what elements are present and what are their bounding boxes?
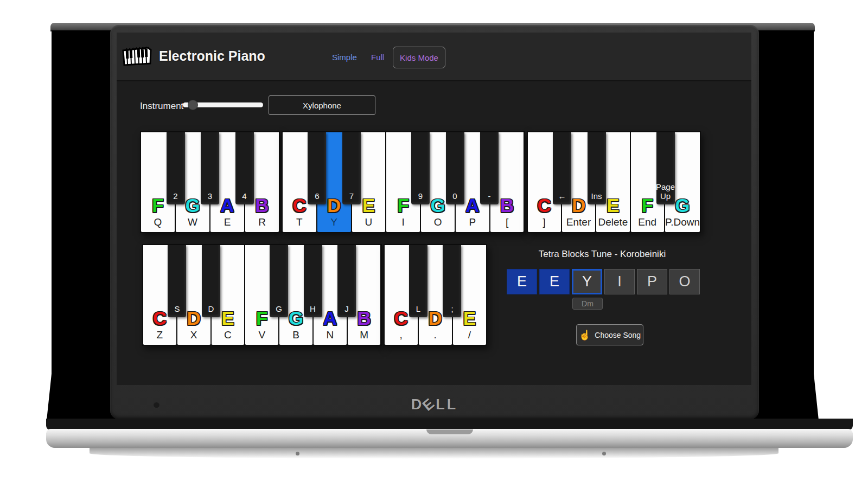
key-binding-label: ] <box>543 217 546 227</box>
key-binding-label: P <box>469 217 476 227</box>
keyboard-top: FQGWAEBR234CTDYEUFIGOAPB[6790-C]DEnterED… <box>140 131 701 233</box>
black-key-2[interactable]: 2 <box>167 132 185 204</box>
black-key-label: ← <box>549 192 575 201</box>
keyboard-octave-group: C]DEnterEDeleteFEndGP.Down←InsPage Up <box>527 131 701 233</box>
choose-song-label: Choose Song <box>595 331 641 339</box>
piano-keyboard-icon <box>121 46 152 67</box>
app-header: Electronic Piano Simple Full Kids Mode <box>117 33 751 81</box>
key-binding-label: End <box>638 217 656 227</box>
black-key-label: H <box>300 305 326 314</box>
instrument-value-box[interactable]: Xylophone <box>269 95 375 115</box>
base-screw <box>602 452 606 455</box>
black-key-g[interactable]: G <box>270 245 288 317</box>
key-binding-label: P.Down <box>665 217 700 227</box>
laptop-hinge <box>46 419 853 430</box>
black-key-l[interactable]: L <box>409 245 427 317</box>
black-key-label: 9 <box>407 192 433 201</box>
instrument-slider[interactable] <box>183 102 263 107</box>
page-title: Electronic Piano <box>159 48 265 64</box>
nav-link-full[interactable]: Full <box>371 53 384 62</box>
nav-button-kids-mode[interactable]: Kids Mode <box>393 47 445 68</box>
key-binding-label: . <box>434 330 437 340</box>
key-binding-label: , <box>399 330 402 340</box>
black-key-9[interactable]: 9 <box>411 132 430 204</box>
black-key-label: J <box>334 305 360 314</box>
key-binding-label: R <box>258 217 266 227</box>
black-key-j[interactable]: J <box>337 245 356 317</box>
brand-logo: DELL <box>110 396 759 413</box>
song-title: Tetra Blocks Tune - Korobeiniki <box>494 249 711 260</box>
black-key-h[interactable]: H <box>304 245 322 317</box>
black-key--[interactable]: - <box>480 132 499 204</box>
laptop-base <box>46 429 853 448</box>
instrument-label: Instrument <box>140 101 183 112</box>
black-key-7[interactable]: 7 <box>342 132 361 204</box>
black-key-3[interactable]: 3 <box>201 132 219 204</box>
key-binding-label: I <box>402 217 405 227</box>
note-tile-played: E <box>507 269 537 294</box>
keyboard-bottom: CZDXECFVGBANBMSDGHJC,D.E/L; <box>142 244 487 346</box>
black-key-label: 7 <box>339 192 365 201</box>
key-note-letter: F <box>642 196 653 215</box>
slider-thumb[interactable] <box>188 100 198 110</box>
chord-chip: Dm <box>572 298 603 310</box>
black-key-label: 3 <box>197 192 223 201</box>
black-key-label: 0 <box>442 192 468 201</box>
key-binding-label: U <box>365 217 373 227</box>
black-key-ins[interactable]: Ins <box>588 132 606 204</box>
black-key-label: ; <box>439 305 465 314</box>
key-binding-label: E <box>224 217 231 227</box>
key-binding-label: M <box>360 330 368 340</box>
choose-song-button[interactable]: ☝ Choose Song <box>576 324 643 345</box>
brand-letter: L <box>447 396 458 413</box>
black-key-d[interactable]: D <box>202 245 220 317</box>
keyboard-octave-group: C,D.E/L; <box>384 244 488 346</box>
black-key-6[interactable]: 6 <box>308 132 326 204</box>
black-key-label: 2 <box>163 192 189 201</box>
nav-link-simple[interactable]: Simple <box>332 53 357 62</box>
pointing-hand-icon: ☝ <box>579 330 591 340</box>
key-binding-label: Y <box>330 217 337 227</box>
key-binding-label: X <box>190 330 197 340</box>
note-tile-played: E <box>539 269 570 294</box>
key-binding-label: Q <box>154 217 162 227</box>
key-binding-label: O <box>434 217 442 227</box>
black-key-label: Page Up <box>653 183 679 201</box>
key-binding-label: B <box>292 330 299 340</box>
key-binding-label: Enter <box>566 217 591 227</box>
note-tile-upcoming: O <box>669 269 700 294</box>
note-tile-upcoming: I <box>604 269 635 294</box>
keyboard-octave-group: CTDYEUFIGOAPB[6790- <box>282 131 525 233</box>
laptop-mockup: Electronic Piano Simple Full Kids Mode I… <box>0 0 868 488</box>
black-key-label: 4 <box>232 192 258 201</box>
key-binding-label: Delete <box>598 217 628 227</box>
black-key-label: - <box>476 192 502 201</box>
note-tile-current: Y <box>572 269 602 294</box>
black-key-page-up[interactable]: Page Up <box>656 132 675 204</box>
laptop-lid-notch <box>426 429 473 434</box>
key-binding-label: T <box>296 217 303 227</box>
key-binding-label: N <box>326 330 334 340</box>
key-note-letter: F <box>152 196 163 215</box>
key-binding-label: [ <box>506 217 508 227</box>
key-binding-label: W <box>188 217 197 227</box>
laptop-shadow <box>90 448 778 459</box>
black-key-label: L <box>405 305 431 314</box>
black-key-label: Ins <box>584 192 610 201</box>
black-key-label: D <box>198 305 224 314</box>
black-key-label: G <box>266 305 292 314</box>
black-key-0[interactable]: 0 <box>446 132 464 204</box>
key-binding-label: C <box>224 330 232 340</box>
keyboard-octave-group: CZDXECFVGBANBMSDGHJ <box>142 244 382 346</box>
key-binding-label: Z <box>157 330 163 340</box>
app-window: Electronic Piano Simple Full Kids Mode I… <box>117 33 751 385</box>
song-note-tiles: EEYIPO <box>507 269 700 294</box>
key-binding-label: V <box>258 330 265 340</box>
black-key-4[interactable]: 4 <box>235 132 254 204</box>
black-key-←[interactable]: ← <box>553 132 571 204</box>
black-key-label: 6 <box>304 192 330 201</box>
keyboard-octave-group: FQGWAEBR234 <box>140 131 280 233</box>
note-tile-upcoming: P <box>637 269 667 294</box>
black-key-s[interactable]: S <box>168 245 186 317</box>
black-key-;[interactable]: ; <box>443 245 461 317</box>
